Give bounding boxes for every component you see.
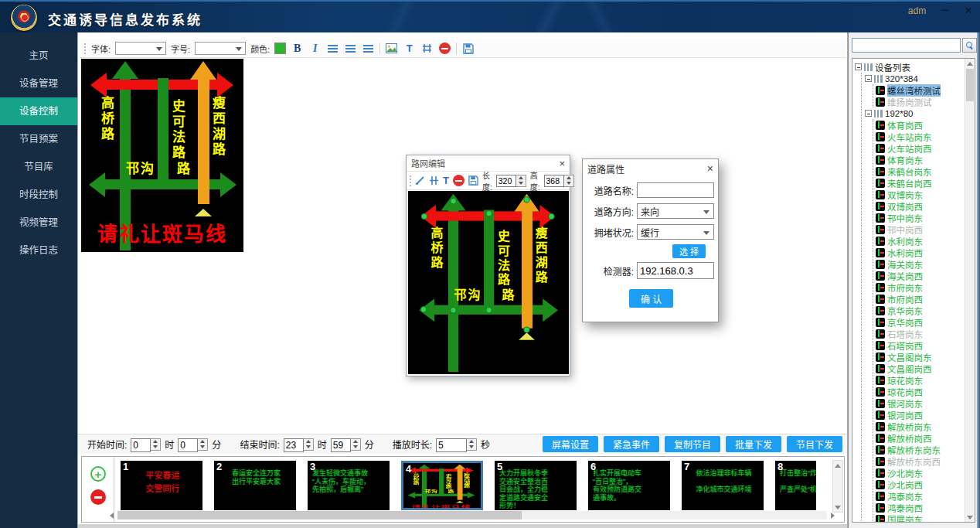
italic-button[interactable]: I [308,42,322,55]
device-tree-item[interactable]: 京华岗西 [876,316,975,328]
device-tree-item[interactable]: 火车站岗西 [876,142,975,154]
draw-line-icon[interactable] [415,174,425,187]
device-search-input[interactable] [852,38,961,53]
device-tree-item[interactable]: 水利岗西 [876,247,975,258]
device-tree-item[interactable]: 双博岗西 [876,200,975,212]
font-select[interactable] [115,42,166,55]
device-tree-item[interactable]: 解放桥岗东 [876,421,975,432]
device-tree-item[interactable]: 鸿泰岗东 [876,490,975,502]
start-hour-input[interactable] [131,438,151,452]
collapse-icon[interactable] [855,63,862,70]
sidebar-item[interactable]: 节目库 [0,153,77,181]
playlist-item[interactable]: 1 平安春运 交警同行 高桥路 史可法路 瘦西湖路 邗沟 路 [121,461,202,510]
playlist-item[interactable]: 4 高桥路 史可法路 瘦西湖路 邗沟 路 [401,461,483,510]
image-icon[interactable] [385,42,398,55]
scroll-up-icon[interactable] [833,461,842,470]
select-detector-button[interactable]: 选 择 [672,244,706,258]
spin-down-icon[interactable] [198,445,207,450]
device-tree-item[interactable]: 解放桥东岗西 [876,455,975,467]
device-tree-item[interactable]: 鸿泰岗西 [876,502,975,513]
device-tree-item[interactable]: 银河岗东 [876,397,975,409]
congestion-select[interactable]: 缓行 [637,224,714,240]
text-tool-icon[interactable]: T [403,42,416,55]
device-tree-item[interactable]: 海关岗东 [876,258,975,270]
device-tree-item[interactable]: 邗中岗东 [876,212,975,223]
device-tree-item[interactable]: 来鹤台岗东 [876,165,975,177]
spin-up-icon[interactable] [564,175,573,181]
device-tree-item[interactable]: 火车站岗东 [876,131,975,142]
playlist-item[interactable]: 5 大力开展秋冬季 交通安全整治百 日会战，全力稳 定道路交通安全 形势！ 高桥… [495,461,577,510]
save-icon[interactable] [468,174,478,187]
tree-root[interactable]: 设备列表 [855,61,975,73]
road-control-point[interactable] [523,326,529,332]
scroll-down-icon[interactable] [965,513,975,522]
playlist-item[interactable]: 6 扎实开展电动车 “百日整治”， 有效预防道路交 通事故。 高桥路 史可法路 … [588,461,670,510]
action-button[interactable]: 紧急事件 [604,436,659,452]
road-editor-canvas[interactable]: 高桥路 史可法路 瘦西湖路 邗沟 路 [408,191,569,374]
spin-up-icon[interactable] [198,439,207,445]
device-tree-item[interactable]: 银河岗西 [876,409,975,421]
tree-group-192x80[interactable]: 192*80 [865,107,975,119]
device-tree-item[interactable]: 解放桥岗西 [876,432,975,444]
action-button[interactable]: 屏幕设置 [543,436,598,452]
device-tree-item[interactable]: 琼花岗西 [876,386,975,397]
start-minute-input[interactable] [178,438,198,452]
remove-program-button[interactable] [90,489,106,505]
close-icon[interactable]: × [707,162,713,175]
device-tree-item[interactable]: 石塔岗西 [876,339,975,351]
minimize-icon[interactable]: − [941,4,949,17]
device-tree-item[interactable]: 体育岗东 [876,154,975,165]
length-input[interactable] [496,175,516,187]
spin-up-icon[interactable] [467,439,476,445]
device-tree-item[interactable]: 体育岗西 [876,119,975,131]
road-control-point[interactable] [420,306,427,312]
device-tree-item[interactable]: 市府岗西 [876,293,975,305]
spin-up-icon[interactable] [351,439,360,445]
add-program-button[interactable]: + [90,466,106,482]
road-control-point[interactable] [421,213,427,220]
road-network-icon[interactable] [420,42,434,55]
spin-down-icon[interactable] [467,445,476,450]
road-properties-titlebar[interactable]: 道路属性 × [583,159,718,178]
road-control-point[interactable] [485,210,492,216]
color-swatch[interactable] [274,43,286,54]
device-tree-item[interactable]: 京华岗东 [876,305,975,316]
road-name-input[interactable] [637,182,714,198]
spin-up-icon[interactable] [516,175,526,181]
device-tree-item[interactable]: 维扬岗测试 [876,96,975,107]
action-button[interactable]: 复制节目 [665,436,720,452]
device-tree-item[interactable]: 邗中岗西 [876,223,975,235]
sidebar-item[interactable]: 视频管理 [0,209,77,237]
end-minute-input[interactable] [331,438,351,452]
road-network-icon[interactable] [429,174,439,187]
playlist-item[interactable]: 8 打击整治“炸街” 严查严处“机动 高桥路 史可法路 瘦西湖路 邗沟 [775,461,816,510]
playlist-vertical-scrollbar[interactable] [832,460,843,513]
playlist-item[interactable]: 3 发生轻微交通事故 “人未伤，车能动， 先拍照，后撤离” 高桥路 史可法路 瘦… [308,461,390,510]
device-tree-item[interactable]: 海关岗西 [876,270,975,281]
delete-icon[interactable] [453,174,464,187]
spin-down-icon[interactable] [351,445,360,450]
bold-button[interactable]: B [291,42,304,55]
sign-edit-canvas[interactable]: 高桥路 史可法路 瘦西湖路 邗沟 路 请礼让斑马线 [81,59,243,252]
device-tree-item[interactable]: 琼花岗东 [876,374,975,386]
close-icon[interactable]: × [965,4,972,17]
height-input[interactable] [544,175,564,187]
scroll-right-icon[interactable] [829,511,837,519]
road-control-point[interactable] [450,307,456,313]
delete-icon[interactable] [438,42,451,55]
spin-down-icon[interactable] [304,445,313,450]
sidebar-item[interactable]: 节目预案 [0,125,77,153]
playlist-item[interactable]: 7 依法治理非标车辆 净化城市交通环境 高桥路 史可法路 瘦西湖路 邗沟 [682,461,764,510]
scroll-up-icon[interactable] [965,59,975,68]
search-button[interactable] [962,38,977,53]
road-control-point[interactable] [548,213,554,220]
close-icon[interactable]: × [559,158,565,169]
device-tree-item[interactable]: 文昌阁岗西 [876,363,975,374]
road-control-point[interactable] [523,196,529,203]
device-tree-item[interactable]: 石塔岗东 [876,328,975,339]
spin-up-icon[interactable] [304,439,313,445]
device-tree-item[interactable]: 解放桥东岗东 [876,444,975,455]
tree-scrollbar[interactable] [965,59,975,522]
device-tree-item[interactable]: 国展岗东 [876,513,975,523]
collapse-icon[interactable] [865,75,872,82]
